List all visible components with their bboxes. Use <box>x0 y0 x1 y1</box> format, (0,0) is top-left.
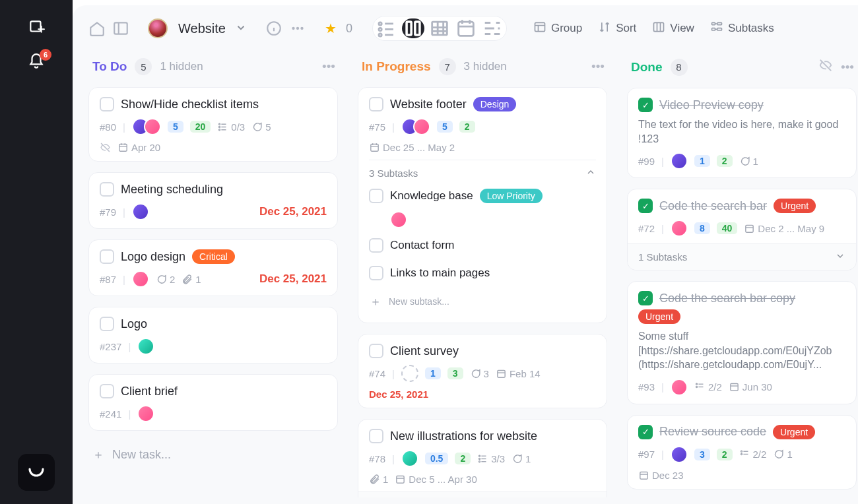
view-board-icon[interactable] <box>402 18 424 38</box>
task-card[interactable]: Meeting scheduling #79| Dec 25, 2021 <box>88 172 338 229</box>
checkbox[interactable] <box>100 384 114 398</box>
task-card[interactable]: Logo design Critical #87| 2 1 Dec 25, 20… <box>88 239 338 296</box>
assignees[interactable] <box>132 203 149 220</box>
view-table-icon[interactable] <box>428 18 451 38</box>
checkbox[interactable] <box>100 317 114 331</box>
assignees[interactable] <box>401 365 418 382</box>
assignees[interactable] <box>137 338 154 355</box>
assignees[interactable] <box>671 220 688 237</box>
create-icon[interactable] <box>28 18 45 36</box>
subtask-item[interactable]: Contact form <box>369 233 596 258</box>
comment-count: 2 <box>156 274 175 285</box>
svg-point-25 <box>479 455 480 457</box>
eye-off-icon[interactable] <box>818 58 833 76</box>
assignees[interactable] <box>671 446 688 463</box>
subtasks-icon <box>710 20 723 37</box>
info-icon[interactable] <box>265 20 282 37</box>
task-card[interactable]: ✓ Code the search bar copy Urgent Some s… <box>627 281 857 404</box>
checkbox[interactable] <box>100 182 114 197</box>
new-task-button[interactable]: ＋ New task... <box>88 441 338 468</box>
task-id: #93 <box>638 381 655 393</box>
chevron-down-icon[interactable] <box>235 22 247 36</box>
checkbox[interactable] <box>100 97 114 111</box>
column-more-icon[interactable]: ••• <box>841 60 854 75</box>
task-card[interactable]: Client survey #74| 1 3 3 Feb 14 Dec 25, … <box>358 334 607 408</box>
checkbox-checked[interactable]: ✓ <box>638 291 653 305</box>
sort-button[interactable]: Sort <box>598 20 636 37</box>
checkbox-checked[interactable]: ✓ <box>638 199 653 213</box>
more-icon[interactable] <box>289 20 306 37</box>
checkbox[interactable] <box>100 249 114 264</box>
task-card[interactable]: ✓ Video Preview copy The text for the vi… <box>627 88 857 178</box>
task-card[interactable]: Client brief #241| <box>88 374 338 431</box>
progress-pill: 2 <box>717 155 733 167</box>
attachment-count: 1 <box>369 474 388 485</box>
column-more-icon[interactable]: ••• <box>322 59 335 74</box>
assignees[interactable] <box>137 405 154 422</box>
task-title: Client survey <box>390 344 459 358</box>
assignees[interactable] <box>401 450 418 467</box>
view-timeline-icon[interactable] <box>481 18 504 38</box>
bell-icon[interactable]: 6 <box>28 53 45 70</box>
subtasks-button[interactable]: Subtasks <box>710 20 774 37</box>
panel-icon[interactable] <box>112 20 129 37</box>
column-hidden[interactable]: 3 hidden <box>464 60 507 73</box>
app-logo[interactable] <box>18 454 55 491</box>
tag-low-priority: Low Priority <box>480 189 543 203</box>
tag-critical: Critical <box>192 249 235 264</box>
subtasks-toggle[interactable]: 1 Subtasks <box>628 243 856 270</box>
subtask-title: Contact form <box>390 239 454 252</box>
task-title: Logo design <box>121 250 185 264</box>
assignees[interactable] <box>671 379 688 396</box>
view-calendar-icon[interactable] <box>455 18 477 38</box>
column-more-icon[interactable]: ••• <box>591 59 605 74</box>
task-card[interactable]: ✓ Review source code Urgent #97| 3 2 2/2… <box>627 415 857 489</box>
checkbox-checked[interactable]: ✓ <box>638 98 653 112</box>
checkbox[interactable] <box>369 266 383 280</box>
svg-point-20 <box>219 126 220 127</box>
svg-point-5 <box>300 27 303 30</box>
plus-icon: ＋ <box>92 447 104 462</box>
kanban-board: To Do 5 1 hidden ••• Show/Hide checklist… <box>73 51 858 504</box>
workspace-avatar[interactable] <box>148 18 168 38</box>
task-id: #72 <box>638 223 655 234</box>
home-icon[interactable] <box>88 20 106 37</box>
group-button[interactable]: Group <box>533 20 582 37</box>
task-card[interactable]: ✓ Code the search bar Urgent #72| 8 40 D… <box>627 189 857 270</box>
assignees[interactable] <box>401 118 430 135</box>
assignee-avatar[interactable] <box>390 211 407 228</box>
subtask-item[interactable]: Knowledge base Low Priority <box>369 183 596 208</box>
comment-count: 1 <box>512 453 531 464</box>
task-description: The text for the video is here, make it … <box>638 117 845 146</box>
checkbox[interactable] <box>369 97 383 111</box>
overdue-date: Dec 25, 2021 <box>259 205 327 218</box>
subtasks-toggle[interactable]: 3 Subtasks <box>369 160 596 179</box>
assignees[interactable] <box>671 152 688 170</box>
subtasks-toggle[interactable]: 1 Subtasks <box>358 491 607 497</box>
new-subtask-button[interactable]: ＋ New subtask... <box>369 288 596 315</box>
task-card[interactable]: Logo #237| <box>88 307 338 363</box>
workspace-name[interactable]: Website <box>178 21 226 36</box>
subtask-title: Links to main pages <box>390 267 490 280</box>
column-hidden[interactable]: 1 hidden <box>160 60 203 73</box>
assignees[interactable] <box>132 270 149 288</box>
task-card[interactable]: Website footer Design #75| 5 2 Dec 25 ..… <box>358 87 607 323</box>
column-title: Done <box>631 60 663 75</box>
view-button[interactable]: View <box>652 20 694 37</box>
view-list-icon[interactable] <box>376 18 398 38</box>
star-icon[interactable]: ★ <box>325 20 337 36</box>
task-card[interactable]: Show/Hide checklist items #80| 5 20 0/3 … <box>88 87 338 162</box>
subtask-item[interactable]: Links to main pages <box>369 261 596 286</box>
assignees[interactable] <box>132 118 161 135</box>
checkbox[interactable] <box>369 429 383 443</box>
column-header: To Do 5 1 hidden ••• <box>88 51 339 87</box>
checkbox[interactable] <box>369 238 383 253</box>
checkbox[interactable] <box>369 189 383 203</box>
svg-rect-9 <box>407 22 411 35</box>
task-card[interactable]: New illustrations for website #78| 0.5 2… <box>358 419 607 497</box>
checkbox-checked[interactable]: ✓ <box>638 425 653 439</box>
checkbox[interactable] <box>369 344 383 358</box>
progress-pill: 40 <box>717 222 738 234</box>
task-id: #74 <box>369 368 385 379</box>
task-title: Client brief <box>121 385 178 398</box>
